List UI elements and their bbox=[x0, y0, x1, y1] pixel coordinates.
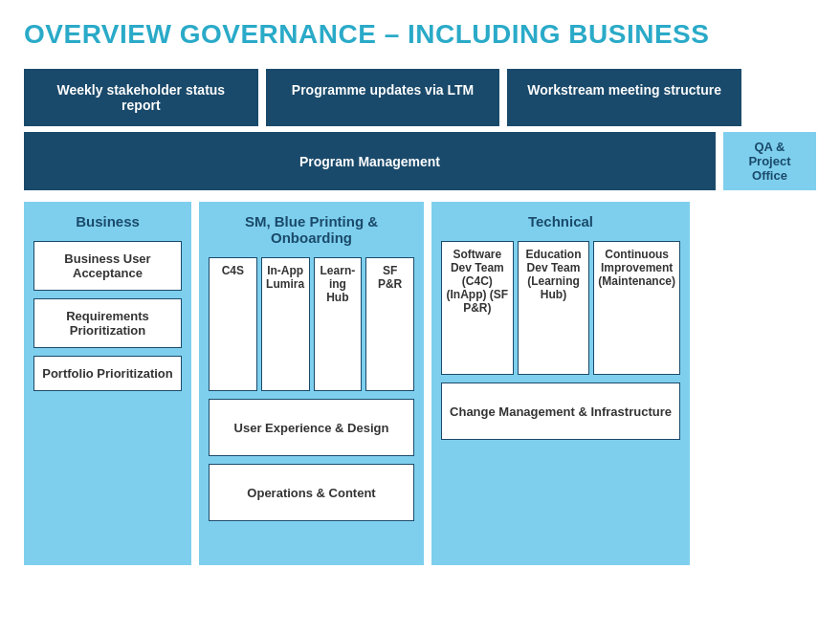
sm-sub-cols: C4S In-App Lumira Learn-ing Hub SF P&R bbox=[209, 257, 414, 391]
program-management-row: Program Management QA & Project Office bbox=[24, 132, 816, 190]
page-title: OVERVIEW GOVERNANCE – INCLUDING BUSINESS bbox=[24, 19, 816, 50]
qa-project-office-box: QA & Project Office bbox=[723, 132, 816, 190]
business-column: Business Business User Acceptance Requir… bbox=[24, 202, 191, 565]
business-item-0: Business User Acceptance bbox=[33, 241, 182, 291]
tech-sub-col-2: Continuous Improvement (Maintenance) bbox=[593, 241, 680, 375]
tech-sub-cols: Software Dev Team (C4C) (InApp) (SF P&R)… bbox=[441, 241, 680, 375]
sm-column-title: SM, Blue Printing & Onboarding bbox=[209, 213, 414, 246]
business-item-1: Requirements Prioritization bbox=[33, 298, 182, 348]
program-management-bar: Program Management bbox=[24, 132, 716, 190]
technical-wide-box-0: Change Management & Infrastructure bbox=[441, 383, 680, 440]
top-box-workstream: Workstream meeting structure bbox=[507, 69, 741, 126]
top-box-weekly: Weekly stakeholder status report bbox=[24, 69, 258, 126]
top-boxes-row: Weekly stakeholder status report Program… bbox=[24, 69, 741, 126]
technical-column-title: Technical bbox=[441, 213, 680, 230]
sm-wide-box-1: Operations & Content bbox=[209, 464, 414, 521]
sm-sub-col-1: In-App Lumira bbox=[261, 257, 310, 391]
sm-sub-col-0: C4S bbox=[209, 257, 257, 391]
technical-column: Technical Software Dev Team (C4C) (InApp… bbox=[431, 202, 690, 565]
sm-wide-box-0: User Experience & Design bbox=[209, 399, 414, 456]
business-item-2: Portfolio Prioritization bbox=[33, 356, 182, 391]
sm-sub-col-3: SF P&R bbox=[365, 257, 414, 391]
tech-sub-col-1: Education Dev Team (Learning Hub) bbox=[518, 241, 590, 375]
top-box-programme: Programme updates via LTM bbox=[266, 69, 500, 126]
sm-sub-col-2: Learn-ing Hub bbox=[314, 257, 363, 391]
business-column-title: Business bbox=[33, 213, 182, 230]
sm-column: SM, Blue Printing & Onboarding C4S In-Ap… bbox=[199, 202, 424, 565]
main-columns: Business Business User Acceptance Requir… bbox=[24, 202, 816, 565]
tech-sub-col-0: Software Dev Team (C4C) (InApp) (SF P&R) bbox=[441, 241, 514, 375]
